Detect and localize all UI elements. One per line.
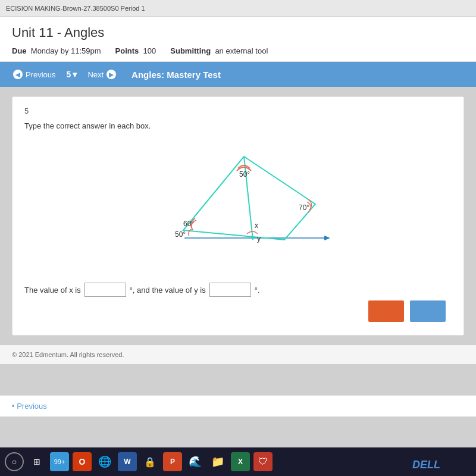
word-icon[interactable]: W — [118, 452, 137, 471]
due-label-text: Due — [12, 46, 27, 55]
angle-x-label: x — [255, 221, 258, 230]
degree-symbol-2: °. — [255, 286, 260, 295]
angle-y-label: y — [257, 234, 261, 243]
browser-tab-text: ECISION MAKING-Brown-27.38500S0 Period 1 — [6, 5, 145, 12]
taskbar: ○ ⊞ 99+ O 🌐 W 🔒 P 🌊 📁 X 🛡 DELL — [0, 447, 476, 476]
lock-icon[interactable]: 🔒 — [140, 452, 159, 471]
submitting-label: Submitting an external tool — [170, 46, 268, 55]
footer: © 2021 Edmentum. All rights reserved. — [0, 345, 476, 364]
bottom-previous-label: • Previous — [12, 402, 47, 411]
task-view-icon[interactable]: ⊞ — [27, 452, 46, 471]
dell-logo: DELL — [412, 459, 440, 471]
bottom-buttons — [24, 297, 452, 325]
answer-row: The value of x is °, and the value of y … — [24, 283, 452, 297]
bottom-nav: • Previous — [0, 395, 476, 416]
next-button[interactable]: Next ▶ — [84, 67, 120, 82]
svg-marker-1 — [324, 236, 330, 240]
bottom-previous-button[interactable]: • Previous — [12, 402, 47, 411]
next-label: Next — [87, 70, 104, 79]
degree-symbol-1: °, and the value of y is — [130, 286, 206, 295]
angle-70-label: 70° — [299, 203, 309, 212]
answer-prefix: The value of x is — [24, 286, 81, 295]
geometry-figure: 50° 60° 70° 50° x y — [149, 140, 339, 271]
next-icon: ▶ — [107, 70, 116, 79]
folder-icon[interactable]: 📁 — [208, 452, 227, 471]
answer-x-input[interactable] — [84, 283, 126, 297]
previous-button[interactable]: ◀ Previous — [10, 67, 60, 82]
points-value: 100 — [143, 46, 156, 55]
points-label-text: Points — [115, 46, 139, 55]
submitting-label-text: Submitting — [170, 46, 211, 55]
due-label: Due Monday by 11:59pm — [12, 46, 101, 55]
question-container: 5 Type the correct answer in each box. 5… — [12, 96, 464, 336]
nav-bar: ◀ Previous 5 ▾ Next ▶ Angles: Mastery Te… — [0, 62, 476, 87]
question-number: 5 — [67, 70, 71, 79]
shield-icon[interactable]: 🛡 — [253, 452, 273, 471]
meta-row: Due Monday by 11:59pm Points 100 Submitt… — [12, 46, 464, 55]
points-label: Points 100 — [115, 46, 156, 55]
search-icon[interactable]: ○ — [5, 452, 24, 471]
office-icon[interactable]: O — [73, 452, 92, 471]
edge-icon[interactable]: 🌊 — [186, 452, 205, 471]
powerpoint-icon[interactable]: P — [163, 452, 182, 471]
question-instruction: Type the correct answer in each box. — [24, 121, 452, 130]
answer-y-input[interactable] — [209, 283, 251, 297]
figure-container: 50° 60° 70° 50° x y — [36, 140, 452, 271]
question-number-label: 5 — [24, 107, 452, 115]
angle-50-bottom-label: 50° — [175, 230, 186, 239]
browser-bar: ECISION MAKING-Brown-27.38500S0 Period 1 — [0, 0, 476, 17]
submitting-value: an external tool — [215, 46, 268, 55]
blue-button[interactable] — [410, 300, 446, 322]
due-value: Monday by 11:59pm — [31, 46, 101, 55]
test-title: Angles: Mastery Test — [131, 70, 221, 80]
excel-icon[interactable]: X — [231, 452, 250, 471]
chrome-icon[interactable]: 🌐 — [95, 452, 114, 471]
dropdown-arrow: ▾ — [73, 70, 77, 79]
copyright-text: © 2021 Edmentum. All rights reserved. — [12, 351, 124, 358]
page-header: Unit 11 - Angles Due Monday by 11:59pm P… — [0, 17, 476, 62]
previous-icon: ◀ — [13, 70, 23, 79]
weather-icon[interactable]: 99+ — [50, 452, 69, 471]
orange-button[interactable] — [368, 300, 404, 322]
question-number-selector[interactable]: 5 ▾ — [67, 70, 77, 79]
page-title: Unit 11 - Angles — [12, 25, 464, 40]
angle-60-label: 60° — [183, 220, 194, 228]
previous-label: Previous — [26, 70, 56, 79]
angle-50-top-label: 50° — [239, 170, 250, 178]
